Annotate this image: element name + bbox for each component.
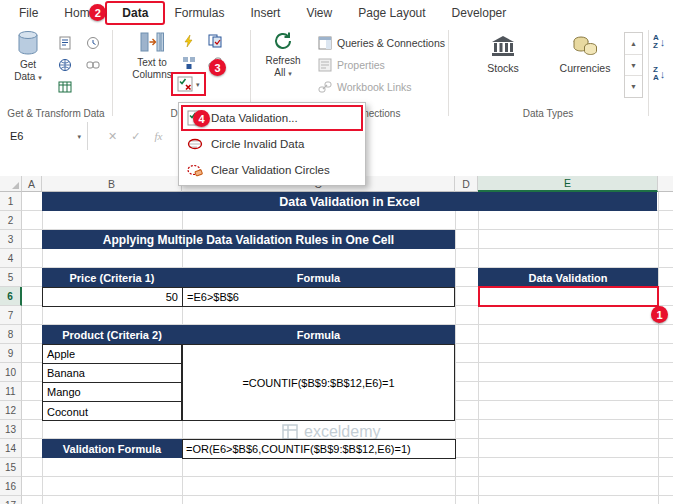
properties-button[interactable]: Properties — [318, 58, 385, 72]
row-header-7[interactable]: 7 — [0, 306, 22, 325]
clear-validation-circles-icon — [185, 162, 205, 178]
cancel-entry-icon[interactable]: ✕ — [108, 130, 117, 143]
currencies-data-type-button[interactable]: Currencies — [548, 34, 622, 74]
formula-bar-buttons: ✕ ✓ fx — [88, 130, 162, 143]
product-list: Apple Banana Mango Coconut — [42, 344, 182, 421]
column-header-b[interactable]: B — [42, 176, 182, 192]
tab-formulas[interactable]: Formulas — [161, 0, 237, 26]
tab-developer[interactable]: Developer — [439, 0, 520, 26]
row-header-5[interactable]: 5 — [0, 268, 22, 287]
data-types-gallery-scroll: ▲ ▼ ▼ — [624, 32, 643, 98]
queries-connections-label: Queries & Connections — [337, 37, 445, 49]
row-header-16[interactable]: 16 — [0, 477, 22, 496]
from-web-globe-icon — [56, 56, 74, 74]
from-text-csv-button[interactable] — [56, 34, 74, 52]
row-header-17[interactable]: 17 — [0, 496, 22, 504]
stocks-label: Stocks — [487, 62, 519, 74]
dropdown-chevron: ▾ — [288, 70, 292, 77]
row-header-1[interactable]: 1 — [0, 192, 22, 211]
row-header-12[interactable]: 12 — [0, 401, 22, 420]
select-all-corner[interactable] — [0, 176, 22, 192]
tab-data[interactable]: Data 2 — [109, 0, 161, 26]
tab-insert[interactable]: Insert — [237, 0, 293, 26]
name-box-value: E6 — [10, 130, 23, 142]
name-box-chevron[interactable]: ▾ — [77, 133, 81, 140]
gallery-scroll-down-button[interactable]: ▼ — [625, 55, 642, 77]
sort-letter-a: A — [653, 74, 659, 82]
cell-data-validation-header[interactable]: Data Validation — [478, 268, 658, 287]
gallery-scroll-up-button[interactable]: ▲ — [625, 33, 642, 55]
cell-e6-selected[interactable] — [478, 286, 659, 307]
group-label-data-types: Data Types — [448, 108, 648, 119]
data-validation-dropdown-menu: Data Validation... 4 Circle Invalid Data… — [178, 102, 366, 186]
column-header-f-partial[interactable] — [658, 176, 673, 192]
stocks-data-type-button[interactable]: Stocks — [470, 34, 536, 74]
sort-az-button[interactable]: AZ ↓ — [653, 34, 665, 50]
menu-item-data-validation[interactable]: Data Validation... 4 — [179, 105, 365, 131]
get-data-button[interactable]: Get Data ▾ — [5, 30, 51, 82]
workbook-links-label: Workbook Links — [337, 81, 412, 93]
existing-connections-button[interactable] — [84, 56, 102, 74]
row-header-15[interactable]: 15 — [0, 458, 22, 477]
insert-function-icon[interactable]: fx — [154, 130, 162, 143]
cell-title-banner[interactable]: Data Validation in Excel — [42, 192, 657, 211]
text-to-columns-button[interactable]: Text to Columns — [128, 30, 176, 80]
column-header-a[interactable]: A — [22, 176, 42, 192]
confirm-entry-icon[interactable]: ✓ — [131, 130, 140, 143]
cell-validation-label[interactable]: Validation Formula — [42, 439, 182, 458]
row-header-2[interactable]: 2 — [0, 211, 22, 230]
cell-b6-price-value[interactable]: 50 — [43, 288, 183, 306]
tab-page-layout[interactable]: Page Layout — [345, 0, 438, 26]
row-header-8[interactable]: 8 — [0, 325, 22, 344]
row-header-13[interactable]: 13 — [0, 420, 22, 439]
flash-fill-button[interactable] — [180, 32, 224, 50]
sort-za-button[interactable]: ZA ↓ — [653, 66, 665, 82]
data-validation-button[interactable]: ▾ — [174, 74, 203, 94]
refresh-all-button[interactable]: Refresh All ▾ — [256, 30, 310, 78]
name-box[interactable]: E6 ▾ — [0, 122, 88, 150]
currencies-label: Currencies — [560, 62, 611, 74]
recent-sources-button[interactable] — [84, 34, 102, 52]
annotation-marker-4: 4 — [193, 110, 210, 127]
workbook-links-button[interactable]: Workbook Links — [318, 80, 412, 94]
row-header-11[interactable]: 11 — [0, 382, 22, 401]
flash-fill-icon — [180, 32, 198, 50]
cell-validation-formula[interactable]: =OR(E6>$B$6,COUNTIF($B$9:$B$12,E6)=1) — [182, 439, 456, 459]
row-header-4[interactable]: 4 — [0, 249, 22, 268]
cell-c6-price-formula[interactable]: =E6>$B$6 — [183, 288, 454, 306]
cell-b11-product[interactable]: Mango — [43, 383, 181, 402]
menu-item-clear-validation-circles[interactable]: Clear Validation Circles — [179, 157, 365, 183]
gallery-more-button[interactable]: ▼ — [625, 76, 642, 97]
cell-b10-product[interactable]: Banana — [43, 364, 181, 383]
remove-duplicates-icon — [206, 32, 224, 50]
cell-product-header[interactable]: Product (Criteria 2) — [42, 325, 182, 344]
group-label-get-transform: Get & Transform Data — [0, 108, 112, 119]
row-header-10[interactable]: 10 — [0, 363, 22, 382]
cell-price-header[interactable]: Price (Criteria 1) — [42, 268, 182, 287]
menu-item-circle-invalid-data[interactable]: Circle Invalid Data — [179, 131, 365, 157]
cell-b9-product[interactable]: Apple — [43, 345, 181, 364]
properties-icon — [318, 58, 332, 72]
ttc-label-2: Columns — [132, 69, 171, 80]
row-header-3[interactable]: 3 — [0, 230, 22, 249]
cell-subtitle-banner[interactable]: Applying Multiple Data Validation Rules … — [42, 230, 455, 249]
queries-connections-button[interactable]: Queries & Connections — [318, 36, 445, 50]
cell-formula-header-2[interactable]: Formula — [182, 325, 455, 344]
price-row: 50 =E6>$B$6 — [42, 287, 455, 307]
from-web-button[interactable] — [56, 56, 74, 74]
row-header-6[interactable]: 6 — [0, 287, 22, 306]
consolidate-icon — [180, 54, 198, 72]
tab-view[interactable]: View — [293, 0, 345, 26]
column-header-e[interactable]: E — [478, 176, 658, 192]
sort-down-arrow-icon: ↓ — [660, 68, 666, 80]
cell-b12-product[interactable]: Coconut — [43, 402, 181, 421]
workbook-links-chain-icon — [318, 80, 332, 94]
cell-formula-header-1[interactable]: Formula — [182, 268, 455, 287]
row-header-14[interactable]: 14 — [0, 439, 22, 458]
from-table-range-button[interactable] — [56, 78, 74, 96]
row-header-9[interactable]: 9 — [0, 344, 22, 363]
tab-file[interactable]: File — [6, 0, 51, 26]
column-header-d[interactable]: D — [455, 176, 478, 192]
cell-countif-formula[interactable]: =COUNTIF($B$9:$B$12,E6)=1 — [182, 344, 455, 421]
data-validation-dropdown-chevron[interactable]: ▾ — [196, 81, 200, 88]
